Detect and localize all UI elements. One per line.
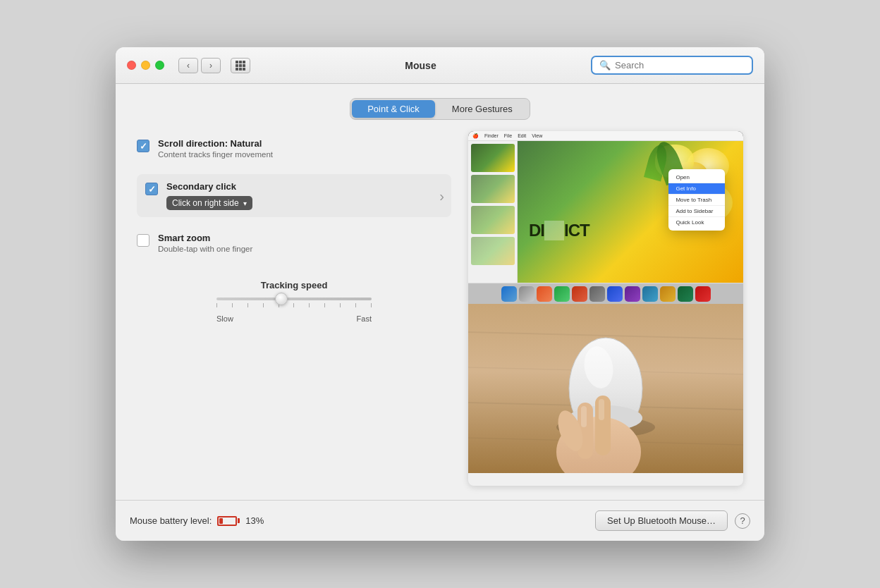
slow-label: Slow [216, 314, 233, 323]
mac-sidebar [468, 141, 518, 283]
tab-container: Point & Click More Gestures [350, 98, 530, 120]
traffic-lights [127, 61, 164, 70]
settings-panel: ✓ Scroll direction: Natural Content trac… [137, 131, 451, 486]
bottom-right: Set Up Bluetooth Mouse… ? [595, 510, 750, 531]
smart-zoom-checkbox[interactable] [137, 234, 149, 247]
secondary-click-text: Secondary click Click on right side ▾ [166, 181, 252, 210]
dock-icon-3 [537, 286, 552, 302]
ctx-item-1: Open [668, 172, 725, 183]
grid-icon [236, 61, 245, 71]
secondary-click-title: Secondary click [166, 181, 252, 192]
dock-icon-10 [660, 286, 676, 302]
battery-label: Mouse battery level: [130, 515, 212, 526]
bluetooth-button[interactable]: Set Up Bluetooth Mouse… [595, 510, 728, 531]
dock-icon-7 [607, 286, 623, 302]
tracking-section: Tracking speed Slow [137, 280, 451, 323]
search-input[interactable] [615, 60, 745, 71]
dropdown-label: Click on right side [172, 198, 239, 208]
back-button[interactable]: ‹ [178, 58, 198, 73]
close-button[interactable] [127, 61, 136, 70]
battery-icon [217, 516, 240, 526]
context-menu: Open Get Info Move to Trash Add to Sideb… [668, 169, 725, 231]
menu-view: View [532, 133, 542, 138]
smart-zoom-checkbox-wrapper[interactable] [137, 234, 149, 247]
ctx-item-5: Quick Look [668, 217, 725, 228]
titlebar: ‹ › Mouse 🔍 [116, 47, 764, 84]
mac-content-area: DI ICT Open Get Info Move to Trash Add [468, 141, 743, 283]
dock-icon-8 [625, 286, 640, 302]
tab-point-click[interactable]: Point & Click [352, 100, 435, 118]
window-title: Mouse [259, 60, 582, 71]
battery-tip [238, 518, 240, 523]
scroll-direction-desc: Content tracks finger movement [158, 150, 273, 159]
ctx-item-4: Add to Sidebar [668, 206, 725, 217]
smart-zoom-title: Smart zoom [158, 233, 252, 243]
maximize-button[interactable] [155, 61, 164, 70]
dock-icon-6 [589, 286, 605, 302]
district-text-2: ICT [564, 221, 589, 240]
dock-icon-1 [501, 286, 517, 302]
bottom-bar: Mouse battery level: 13% Set Up Bluetoot… [116, 500, 764, 541]
mouse-photo [468, 304, 743, 473]
slider-thumb[interactable] [275, 293, 288, 305]
mac-screenshot: 🍎 Finder File Edit View [468, 131, 743, 304]
menu-apple: 🍎 [472, 133, 479, 139]
content-area: Point & Click More Gestures ✓ Scroll dir… [116, 84, 764, 500]
svg-rect-14 [599, 399, 604, 420]
segmented-control: Point & Click More Gestures [137, 98, 743, 120]
dock-icon-11 [678, 286, 693, 302]
checkmark-icon: ✓ [140, 142, 147, 151]
dock-icon-2 [519, 286, 534, 302]
slider-ticks [216, 303, 372, 307]
battery-section: Mouse battery level: 13% [130, 515, 264, 526]
scroll-direction-title: Scroll direction: Natural [158, 138, 273, 149]
image-panel: 🍎 Finder File Edit View [468, 131, 743, 486]
svg-rect-13 [581, 406, 587, 427]
scroll-direction-checkbox-wrapper[interactable]: ✓ [137, 140, 149, 152]
fast-label: Fast [357, 314, 372, 323]
back-icon: ‹ [187, 61, 190, 71]
scroll-direction-item: ✓ Scroll direction: Natural Content trac… [137, 131, 451, 166]
mac-main: DI ICT Open Get Info Move to Trash Add [518, 141, 743, 283]
district-text: DI [529, 221, 544, 240]
checkmark-icon-2: ✓ [148, 185, 156, 194]
battery-fill [219, 518, 222, 524]
mac-dock [468, 283, 743, 304]
dock-icon-12 [695, 286, 711, 302]
forward-icon: › [209, 61, 212, 71]
tab-more-gestures[interactable]: More Gestures [436, 100, 528, 118]
main-window: ‹ › Mouse 🔍 Point & Click More Gestures [116, 47, 764, 541]
tracking-label: Tracking speed [261, 280, 328, 290]
minimize-button[interactable] [141, 61, 150, 70]
grid-button[interactable] [231, 58, 250, 73]
ctx-item-2: Get Info [668, 183, 725, 195]
dock-icon-4 [554, 286, 570, 302]
battery-percentage: 13% [245, 515, 264, 526]
menu-edit: Edit [518, 133, 526, 138]
mouse-illustration [468, 304, 743, 473]
secondary-click-checkbox-wrapper[interactable]: ✓ [145, 183, 158, 195]
secondary-click-dropdown[interactable]: Click on right side ▾ [166, 196, 252, 210]
nav-buttons: ‹ › [178, 58, 221, 73]
menu-finder: Finder [484, 133, 499, 138]
search-icon: 🔍 [599, 60, 611, 71]
mac-screen-inner: 🍎 Finder File Edit View [468, 131, 743, 304]
secondary-click-checkbox[interactable]: ✓ [145, 183, 158, 195]
slider-labels: Slow Fast [216, 314, 372, 323]
search-box[interactable]: 🔍 [591, 56, 753, 75]
main-row: ✓ Scroll direction: Natural Content trac… [137, 131, 743, 486]
slider-container[interactable] [216, 298, 372, 307]
forward-button[interactable]: › [201, 58, 221, 73]
secondary-click-item: ✓ Secondary click Click on right side ▾ [137, 174, 451, 217]
smart-zoom-desc: Double-tap with one finger [158, 245, 252, 253]
scroll-direction-checkbox[interactable]: ✓ [137, 140, 149, 152]
dropdown-arrow-icon: ▾ [243, 200, 247, 207]
slider-track[interactable] [216, 298, 372, 300]
mac-menubar: 🍎 Finder File Edit View [468, 131, 743, 141]
smart-zoom-text: Smart zoom Double-tap with one finger [158, 233, 252, 253]
scroll-direction-text: Scroll direction: Natural Content tracks… [158, 138, 273, 159]
battery-body [217, 516, 237, 526]
ctx-item-3: Move to Trash [668, 195, 725, 206]
help-button[interactable]: ? [735, 513, 750, 529]
dock-icon-9 [642, 286, 658, 302]
